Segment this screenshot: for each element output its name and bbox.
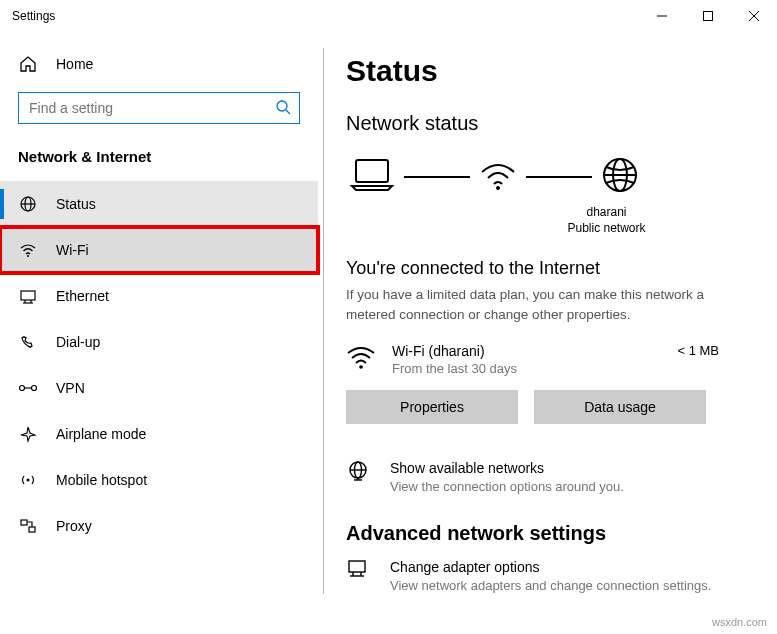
show-available-networks[interactable]: Show available networks View the connect… xyxy=(346,460,749,494)
adapter-sub: View network adapters and change connect… xyxy=(390,578,711,593)
svg-point-17 xyxy=(27,479,30,482)
network-diagram xyxy=(348,155,749,198)
sidebar-item-hotspot[interactable]: Mobile hotspot xyxy=(0,457,318,503)
close-button[interactable] xyxy=(731,0,777,32)
sidebar-item-label: Airplane mode xyxy=(56,426,146,442)
sidebar-item-status[interactable]: Status xyxy=(0,181,318,227)
sidebar-item-label: Dial-up xyxy=(56,334,100,350)
search-icon xyxy=(275,99,291,118)
svg-rect-10 xyxy=(21,291,35,300)
globe-diagram-icon xyxy=(600,155,640,198)
nettype-label: Public network xyxy=(464,220,749,236)
sidebar-item-label: Status xyxy=(56,196,96,212)
window-controls xyxy=(639,0,777,32)
connected-description: If you have a limited data plan, you can… xyxy=(346,285,749,324)
sidebar-item-dialup[interactable]: Dial-up xyxy=(0,319,318,365)
available-sub: View the connection options around you. xyxy=(390,479,624,494)
svg-point-21 xyxy=(496,186,500,190)
sidebar-item-label: VPN xyxy=(56,380,85,396)
proxy-icon xyxy=(18,517,38,535)
wifi-icon xyxy=(18,241,38,259)
sidebar-item-label: Ethernet xyxy=(56,288,109,304)
connection-period: From the last 30 days xyxy=(392,361,517,376)
svg-rect-18 xyxy=(21,520,27,525)
laptop-icon xyxy=(348,156,396,197)
ssid-label: dharani xyxy=(464,204,749,220)
svg-rect-20 xyxy=(356,160,388,182)
svg-line-5 xyxy=(286,110,290,114)
sidebar-item-wifi[interactable]: Wi-Fi xyxy=(0,227,318,273)
window-title: Settings xyxy=(12,9,55,23)
home-label: Home xyxy=(56,56,93,72)
main-content: Status Network status dharani Public net… xyxy=(318,32,777,634)
sidebar-item-airplane[interactable]: Airplane mode xyxy=(0,411,318,457)
svg-point-25 xyxy=(359,365,363,369)
status-icon xyxy=(18,195,38,213)
sidebar-item-ethernet[interactable]: Ethernet xyxy=(0,273,318,319)
airplane-icon xyxy=(18,425,38,443)
connection-name: Wi-Fi (dharani) xyxy=(392,343,517,359)
diagram-label: dharani Public network xyxy=(464,204,749,236)
sidebar-item-label: Proxy xyxy=(56,518,92,534)
svg-point-15 xyxy=(32,386,37,391)
search-input[interactable] xyxy=(18,92,300,124)
properties-button[interactable]: Properties xyxy=(346,390,518,424)
sidebar-item-proxy[interactable]: Proxy xyxy=(0,503,318,549)
page-title: Status xyxy=(346,54,749,88)
advanced-heading: Advanced network settings xyxy=(346,522,749,545)
change-adapter-options[interactable]: Change adapter options View network adap… xyxy=(346,559,749,593)
svg-rect-19 xyxy=(29,527,35,532)
search-field[interactable] xyxy=(27,99,275,117)
sidebar-item-label: Mobile hotspot xyxy=(56,472,147,488)
sidebar: Home Network & Internet Status Wi-Fi xyxy=(0,32,318,634)
minimize-button[interactable] xyxy=(639,0,685,32)
vpn-icon xyxy=(18,381,38,395)
adapter-icon xyxy=(346,559,374,584)
adapter-title: Change adapter options xyxy=(390,559,711,575)
svg-point-9 xyxy=(27,255,29,257)
globe-icon xyxy=(346,460,374,487)
svg-rect-31 xyxy=(349,561,365,572)
svg-rect-1 xyxy=(704,12,713,21)
hotspot-icon xyxy=(18,471,38,489)
connection-wifi-icon xyxy=(346,345,380,374)
home-icon xyxy=(18,55,38,73)
svg-point-4 xyxy=(277,101,287,111)
home-link[interactable]: Home xyxy=(0,46,318,82)
sidebar-item-vpn[interactable]: VPN xyxy=(0,365,318,411)
network-status-heading: Network status xyxy=(346,112,749,135)
watermark: wsxdn.com xyxy=(712,616,767,628)
dialup-icon xyxy=(18,333,38,351)
available-title: Show available networks xyxy=(390,460,624,476)
connected-heading: You're connected to the Internet xyxy=(346,258,749,279)
ethernet-icon xyxy=(18,287,38,305)
svg-point-14 xyxy=(20,386,25,391)
maximize-button[interactable] xyxy=(685,0,731,32)
wifi-diagram-icon xyxy=(478,156,518,197)
data-usage-button[interactable]: Data usage xyxy=(534,390,706,424)
sidebar-item-label: Wi-Fi xyxy=(56,242,89,258)
data-usage-value: < 1 MB xyxy=(677,343,719,358)
connection-row: Wi-Fi (dharani) From the last 30 days < … xyxy=(346,343,749,376)
category-heading: Network & Internet xyxy=(0,138,318,181)
